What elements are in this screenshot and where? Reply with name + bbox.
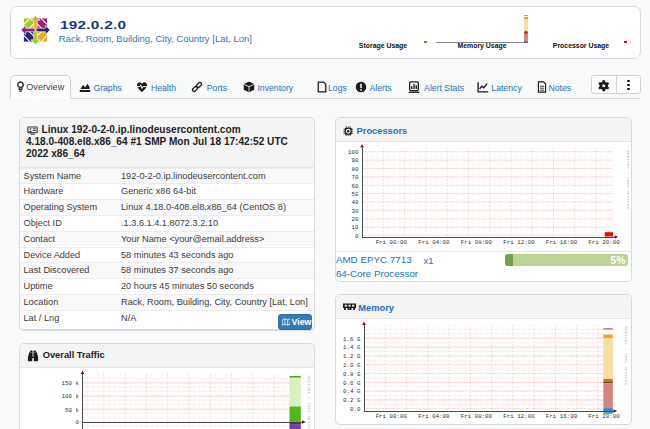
svg-text:RRDTOOL / TOBI OETIKER: RRDTOOL / TOBI OETIKER: [625, 150, 629, 209]
svg-text:0.6 G: 0.6 G: [343, 379, 361, 386]
svg-text:Fri 20:00: Fri 20:00: [588, 413, 620, 420]
svg-text:Fri 12:00: Fri 12:00: [503, 239, 535, 246]
svg-text:150 k: 150 k: [62, 380, 80, 387]
svg-text:0.4 G: 0.4 G: [343, 388, 361, 395]
svg-text:RRDTOOL / TOBI OETIKER: RRDTOOL / TOBI OETIKER: [307, 375, 311, 429]
svg-text:70: 70: [351, 174, 358, 181]
svg-text:50: 50: [351, 190, 358, 197]
svg-text:1.4 G: 1.4 G: [343, 344, 361, 351]
svg-text:Fri 08:00: Fri 08:00: [460, 413, 492, 420]
svg-text:10: 10: [351, 224, 358, 231]
svg-text:60: 60: [351, 182, 358, 189]
svg-text:Fri 08:00: Fri 08:00: [460, 239, 492, 246]
svg-text:50 k: 50 k: [65, 406, 79, 413]
svg-text:Fri 16:00: Fri 16:00: [545, 413, 577, 420]
svg-text:0.2 G: 0.2 G: [343, 397, 361, 404]
svg-text:Fri 00:00: Fri 00:00: [375, 413, 407, 420]
svg-text:0.0: 0.0: [350, 405, 361, 412]
svg-text:Fri 16:00: Fri 16:00: [545, 239, 577, 246]
svg-text:1.0 G: 1.0 G: [343, 361, 361, 368]
svg-text:40: 40: [351, 199, 358, 206]
svg-text:1.6 G: 1.6 G: [343, 335, 361, 342]
svg-text:Fri 04:00: Fri 04:00: [418, 413, 450, 420]
svg-text:30: 30: [351, 207, 358, 214]
svg-text:0: 0: [355, 232, 359, 239]
svg-text:RRDTOOL / TOBI OETIKER: RRDTOOL / TOBI OETIKER: [624, 326, 628, 385]
svg-text:0.8 G: 0.8 G: [343, 370, 361, 377]
svg-text:Fri 12:00: Fri 12:00: [503, 413, 535, 420]
svg-text:Fri 04:00: Fri 04:00: [418, 239, 450, 246]
svg-text:100: 100: [348, 148, 359, 155]
svg-text:0: 0: [76, 419, 80, 426]
svg-text:80: 80: [351, 165, 358, 172]
svg-text:90: 90: [351, 157, 358, 164]
svg-text:Fri 20:00: Fri 20:00: [588, 239, 620, 246]
svg-text:20: 20: [351, 216, 358, 223]
svg-text:100 k: 100 k: [62, 393, 80, 400]
svg-text:Fri 00:00: Fri 00:00: [375, 239, 407, 246]
svg-text:1.2 G: 1.2 G: [343, 353, 361, 360]
